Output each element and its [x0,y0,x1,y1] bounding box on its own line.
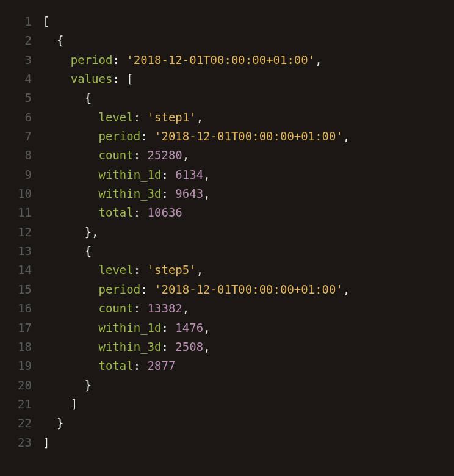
line-content[interactable]: } [43,376,92,395]
token-punct: : [140,129,154,143]
line-content[interactable]: level: 'step1', [43,108,203,127]
line-number: 3 [0,51,43,70]
token-number: 1476 [175,321,203,334]
line-content[interactable]: { [43,88,92,107]
token-punct: } [85,378,92,392]
token-punct: }, [85,225,99,239]
line-content[interactable]: ] [43,433,49,452]
code-line[interactable]: 12 }, [0,223,454,242]
token-string: '2018-12-01T00:00:00+01:00' [154,283,343,296]
code-line[interactable]: 2 { [0,31,454,50]
line-content[interactable]: within_1d: 1476, [43,319,211,337]
code-line[interactable]: 3 period: '2018-12-01T00:00:00+01:00', [0,51,454,70]
line-number: 8 [0,146,43,165]
line-content[interactable]: { [43,242,92,261]
line-content[interactable]: period: '2018-12-01T00:00:00+01:00', [43,51,322,70]
line-number: 4 [0,70,43,88]
line-content[interactable]: within_1d: 6134, [43,165,211,184]
code-line[interactable]: 23] [0,433,454,452]
token-key: values [71,72,113,85]
code-line[interactable]: 1[ [0,12,454,31]
code-line[interactable]: 21 ] [0,395,454,414]
token-punct: : [ [112,72,133,85]
line-content[interactable]: [ [43,12,49,31]
code-line[interactable]: 20 } [0,376,454,395]
token-punct: { [57,34,63,47]
code-line[interactable]: 16 count: 13382, [0,299,454,318]
token-key: period [71,53,113,67]
token-punct: , [203,321,210,334]
line-content[interactable]: ] [43,395,77,414]
token-string: '2018-12-01T00:00:00+01:00' [126,53,315,67]
code-line[interactable]: 10 within_3d: 9643, [0,184,454,203]
line-number: 17 [0,319,43,337]
token-punct: , [203,168,210,181]
token-key: period [99,283,141,296]
token-punct: , [203,187,210,200]
token-punct: , [203,340,210,353]
token-punct: { [85,244,92,258]
code-line[interactable]: 18 within_3d: 2508, [0,337,454,356]
code-line[interactable]: 19 total: 2877 [0,356,454,375]
token-number: 13382 [148,301,182,315]
token-punct: : [161,168,175,181]
token-punct: : [134,206,148,219]
line-content[interactable]: period: '2018-12-01T00:00:00+01:00', [43,127,350,146]
token-key: total [99,359,134,372]
line-content[interactable]: level: 'step5', [43,261,203,279]
line-content[interactable]: period: '2018-12-01T00:00:00+01:00', [43,280,350,299]
line-content[interactable]: within_3d: 9643, [43,184,211,203]
token-key: level [99,263,134,276]
line-number: 6 [0,108,43,127]
token-number: 9643 [175,187,203,200]
line-number: 11 [0,203,43,222]
token-key: count [99,148,134,162]
line-number: 22 [0,414,43,433]
code-line[interactable]: 17 within_1d: 1476, [0,319,454,337]
token-string: '2018-12-01T00:00:00+01:00' [154,129,343,143]
code-editor[interactable]: 1[2 {3 period: '2018-12-01T00:00:00+01:0… [0,12,454,452]
line-number: 15 [0,280,43,299]
token-punct: , [182,148,189,162]
line-content[interactable]: { [43,31,63,50]
code-line[interactable]: 7 period: '2018-12-01T00:00:00+01:00', [0,127,454,146]
token-punct: : [134,359,148,372]
line-content[interactable]: within_3d: 2508, [43,337,211,356]
code-line[interactable]: 15 period: '2018-12-01T00:00:00+01:00', [0,280,454,299]
line-content[interactable]: total: 2877 [43,356,175,375]
code-line[interactable]: 6 level: 'step1', [0,108,454,127]
line-content[interactable]: values: [ [43,70,134,88]
token-punct: : [161,340,175,353]
token-punct: { [85,91,92,104]
token-key: total [99,206,134,219]
token-punct: : [161,321,175,334]
token-punct: ] [43,436,49,449]
token-punct: , [182,301,189,315]
token-punct: , [196,263,203,276]
line-content[interactable]: }, [43,223,99,242]
line-content[interactable]: } [43,414,63,433]
line-number: 19 [0,356,43,375]
line-number: 9 [0,165,43,184]
code-line[interactable]: 4 values: [ [0,70,454,88]
line-content[interactable]: count: 25280, [43,146,189,165]
code-line[interactable]: 11 total: 10636 [0,203,454,222]
line-number: 23 [0,433,43,452]
code-line[interactable]: 9 within_1d: 6134, [0,165,454,184]
code-line[interactable]: 5 { [0,88,454,107]
token-punct: : [112,53,126,67]
line-number: 1 [0,12,43,31]
token-punct: : [134,148,148,162]
line-number: 7 [0,127,43,146]
token-punct: : [134,110,148,124]
code-line[interactable]: 14 level: 'step5', [0,261,454,279]
token-punct: : [140,283,154,296]
token-punct: : [134,301,148,315]
line-content[interactable]: total: 10636 [43,203,182,222]
line-content[interactable]: count: 13382, [43,299,189,318]
code-line[interactable]: 13 { [0,242,454,261]
line-number: 16 [0,299,43,318]
code-line[interactable]: 8 count: 25280, [0,146,454,165]
token-string: 'step1' [148,110,196,124]
code-line[interactable]: 22 } [0,414,454,433]
